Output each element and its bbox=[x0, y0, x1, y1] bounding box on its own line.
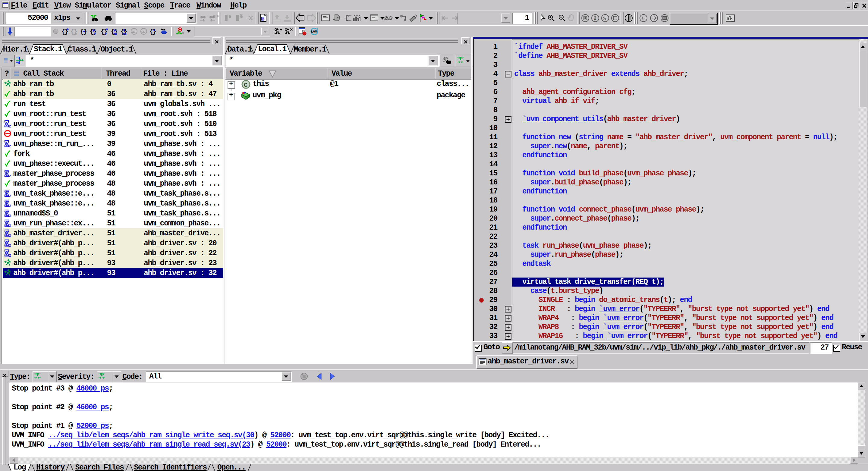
svg-text:{}: {} bbox=[150, 28, 156, 35]
svg-text:½: ½ bbox=[603, 16, 606, 21]
svg-text:CS: CS bbox=[132, 30, 135, 34]
svg-text:2: 2 bbox=[594, 16, 596, 21]
svg-text:UVM: UVM bbox=[311, 30, 317, 33]
svg-text:CS: CS bbox=[141, 30, 145, 34]
svg-text:{}: {} bbox=[80, 28, 87, 35]
